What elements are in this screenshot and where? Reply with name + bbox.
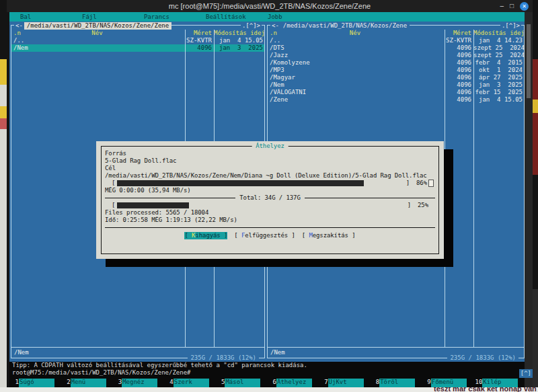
- fkey-4-szerk[interactable]: 4Szerk: [164, 379, 216, 387]
- elapsed-time: Idő: 0:25:58 MÉG 1:19:13 (22,22 MB/s): [105, 217, 435, 224]
- file-mtime: jan 4 14.23: [473, 37, 524, 44]
- felfüggesztés-button[interactable]: [ Felfüggesztés ]: [234, 232, 295, 239]
- column-name-header[interactable]: .nNév: [268, 30, 443, 37]
- move-progress-dialog: Áthelyez Forrás 5-Glad Rag Doll.flac Cél…: [96, 141, 444, 259]
- button-hotkey: M: [309, 232, 312, 239]
- close-button[interactable]: ✕: [520, 2, 529, 11]
- fkey-number: 5: [215, 379, 225, 387]
- file-name: /Zene: [268, 96, 443, 104]
- fkey-9-főmenü[interactable]: 9Főmenü: [422, 379, 473, 387]
- scrollbar-thumb[interactable]: [527, 24, 531, 98]
- file-mtime: szept 25 2024: [473, 44, 524, 52]
- file-row[interactable]: /Magyar4096ápr 27 2025: [268, 74, 524, 81]
- file-size: 4096: [443, 96, 473, 104]
- file-size: 4096: [443, 67, 473, 74]
- dialog-title: Áthelyez: [252, 143, 289, 150]
- column-size-header[interactable]: Méret: [443, 30, 473, 37]
- background-window-left-strip: [0, 0, 7, 387]
- mini-status-divider: [11, 347, 264, 348]
- total-progress-bar: [ ] 25%: [105, 202, 435, 209]
- background-left-red: [0, 118, 7, 129]
- file-row[interactable]: /..SZ-KVTRjan 4 14.23: [268, 37, 524, 44]
- fkey-5-másol[interactable]: 5Másol: [215, 379, 267, 387]
- fkey-10-kilép[interactable]: 10Kilép: [473, 379, 525, 387]
- file-row[interactable]: /Komolyzene4096febr 4 2015: [268, 59, 524, 67]
- kihagyás-button[interactable]: [ Kihagyás ]: [184, 232, 227, 239]
- fkey-number: 3: [112, 379, 122, 387]
- sort-indicator: .n: [13, 30, 21, 37]
- file-size: 4096: [443, 52, 473, 59]
- maximize-button[interactable]: □: [510, 3, 514, 9]
- file-row[interactable]: /Nem4096jan 3 2025: [268, 81, 524, 89]
- fkey-1-súgó[interactable]: 1Súgó: [9, 379, 61, 387]
- fkey-label: Másol: [225, 379, 260, 387]
- file-row[interactable]: /MP34096okt 1 2024: [268, 67, 524, 74]
- file-name: /Nem: [268, 81, 443, 89]
- panel-menu-marker[interactable]: .[^]>: [500, 22, 521, 30]
- terminal-cursor: [428, 180, 434, 187]
- fkey-label: Töröl: [379, 379, 415, 387]
- fkey-2-menü[interactable]: 2Menü: [61, 379, 113, 387]
- function-key-bar: 1Súgó2Menü3Megnéz4Szerk5Másol6Áthelyez7Ú…: [9, 379, 525, 387]
- command-prompt[interactable]: root@M75:/media/vasti/WD_2TB/NAS/Kozos/Z…: [9, 369, 525, 379]
- column-mtime-header[interactable]: Módosítás idej: [214, 30, 264, 37]
- file-row[interactable]: /Jazz4096szept 25 2024: [268, 52, 524, 59]
- file-size: 4096: [443, 44, 473, 52]
- column-mtime-header[interactable]: Módosítás idej: [473, 30, 524, 37]
- fkey-3-megnéz[interactable]: 3Megnéz: [112, 379, 164, 387]
- fkey-8-töröl[interactable]: 8Töröl: [370, 379, 422, 387]
- file-name: /DTS: [268, 44, 443, 52]
- dialog-frame: Áthelyez Forrás 5-Glad Rag Doll.flac Cél…: [101, 146, 439, 254]
- left-panel-path[interactable]: /media/vasti/WD_2TB/NAS/Kozos/Zene/Zene: [24, 22, 171, 30]
- hint-line: Tipp: A CDPATH változó beállításával egy…: [9, 362, 525, 369]
- fkey-number: 8: [370, 379, 379, 387]
- file-row[interactable]: /VÁLOGATNI4096febr 15 2025: [268, 89, 524, 96]
- fkey-7-újkvt[interactable]: 7ÚjKvt: [319, 379, 371, 387]
- prompt-history-marker[interactable]: [^]: [519, 369, 533, 378]
- file-row[interactable]: /..SZ-KVTRjan 4 15.05: [11, 37, 264, 44]
- file-name: /Magyar: [268, 74, 443, 81]
- panel-history-arrow[interactable]: <-: [14, 22, 24, 30]
- button-hotkey: F: [241, 232, 245, 239]
- background-left-yellow1: [0, 59, 7, 85]
- file-mtime: ápr 27 2025: [473, 74, 524, 81]
- file-row[interactable]: /Nem4096jan 3 2025: [11, 44, 264, 52]
- fkey-label: Kilép: [482, 379, 518, 387]
- panel-history-arrow[interactable]: <-: [270, 22, 280, 30]
- file-row[interactable]: /Zene4096jan 4 15.05: [268, 96, 524, 104]
- column-name-header[interactable]: .nNév: [11, 30, 183, 37]
- fkey-number: 4: [164, 379, 174, 387]
- files-processed: Files processed: 5565 / 18004: [105, 209, 435, 217]
- mc-menubar: BalFájlParancsBeállításokJobb: [9, 12, 525, 22]
- file-mtime: jan 4 15.05: [214, 37, 264, 44]
- right-panel-path[interactable]: /media/vasti/WD_2TB/NAS/Kozos/Zene: [280, 22, 410, 30]
- file-mtime: jan 3 2025: [473, 81, 524, 89]
- left-panel-header: .nNév Méret Módosítás idej: [11, 30, 264, 37]
- file-progress-percent: 86%: [410, 180, 427, 187]
- button-divider: [105, 224, 435, 228]
- column-size-header[interactable]: Méret: [183, 30, 214, 37]
- column-separator: [473, 30, 474, 347]
- menu-item-jobb[interactable]: Jobb: [266, 13, 328, 21]
- right-panel-titlebar: <- /media/vasti/WD_2TB/NAS/Kozos/Zene .[…: [270, 22, 521, 30]
- fkey-number: 2: [61, 379, 71, 387]
- menu-item-beállítások[interactable]: Beállítások: [204, 13, 266, 21]
- window-titlebar[interactable]: mc [root@M75]:/media/vasti/WD_2TB/NAS/Ko…: [7, 0, 533, 12]
- file-progress-bar: [ ] 86%: [105, 180, 435, 187]
- menu-item-fájl[interactable]: Fájl: [81, 13, 143, 21]
- background-window-right-strip: [533, 0, 538, 387]
- minimize-button[interactable]: –: [500, 3, 504, 9]
- fkey-label: Áthelyez: [276, 379, 312, 387]
- file-name: /MP3: [268, 67, 443, 74]
- menu-item-bal[interactable]: Bal: [19, 13, 81, 21]
- window-title: mc [root@M75]:/media/vasti/WD_2TB/NAS/Ko…: [169, 2, 371, 10]
- menu-item-parancs[interactable]: Parancs: [143, 13, 204, 21]
- panel-menu-marker[interactable]: .[^]>: [241, 22, 262, 30]
- right-mini-status: /Nem: [270, 349, 285, 356]
- terminal-scrollbar[interactable]: [525, 12, 533, 387]
- file-row[interactable]: /DTS4096szept 25 2024: [268, 44, 524, 52]
- file-progress-fill: [117, 180, 364, 186]
- megszakítás-button[interactable]: [ Megszakítás ]: [302, 232, 356, 239]
- fkey-6-áthelyez[interactable]: 6Áthelyez: [267, 379, 319, 387]
- fkey-number: 6: [267, 379, 276, 387]
